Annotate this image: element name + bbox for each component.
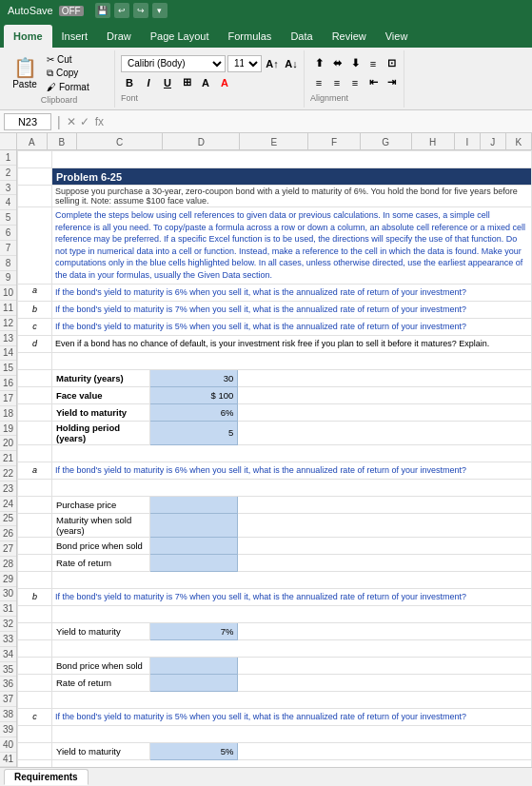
sheet-tab-requirements[interactable]: Requirements xyxy=(4,769,89,785)
more-icon[interactable]: ▾ xyxy=(152,3,167,18)
row-15[interactable]: 15 xyxy=(0,361,16,376)
col-header-a[interactable]: A xyxy=(17,133,48,150)
border-button[interactable]: ⊞ xyxy=(178,74,195,91)
row-31[interactable]: 31 xyxy=(0,601,16,617)
format-button[interactable]: 🖌 Format xyxy=(44,81,110,93)
copy-button[interactable]: ⧉ Copy xyxy=(44,67,110,80)
align-middle-icon[interactable]: ⬌ xyxy=(328,55,345,72)
col-header-e[interactable]: E xyxy=(240,133,308,150)
grid-cell-c21[interactable] xyxy=(52,571,532,588)
row-37[interactable]: 37 xyxy=(0,692,16,707)
row-29[interactable]: 29 xyxy=(0,572,16,587)
grid-cell-b2[interactable] xyxy=(18,168,52,186)
grid-cell-c22[interactable]: If the bond's yield to maturity is 7% wh… xyxy=(52,588,532,605)
tab-formulas[interactable]: Formulas xyxy=(219,25,282,48)
align-right-button[interactable]: ≡ xyxy=(346,74,364,91)
row-9[interactable]: 9 xyxy=(0,271,16,286)
grid-cell-b3[interactable] xyxy=(18,186,52,207)
grid-cell-c26[interactable]: Bond price when sold xyxy=(52,657,150,674)
align-top-icon[interactable]: ⬆ xyxy=(310,55,327,72)
grid-cell-c30[interactable] xyxy=(52,725,532,742)
grid-cell-e31[interactable] xyxy=(238,742,532,759)
grid-cell-qb[interactable]: If the bond's yield to maturity is 7% wh… xyxy=(52,301,532,318)
grid-cell-b14[interactable] xyxy=(18,444,52,462)
row-40[interactable]: 40 xyxy=(0,737,16,753)
grid-cell-b16[interactable] xyxy=(18,479,52,496)
col-header-d[interactable]: D xyxy=(163,133,240,150)
undo-icon[interactable]: ↩ xyxy=(114,3,129,18)
row-23[interactable]: 23 xyxy=(0,481,16,497)
row-2[interactable]: 2 xyxy=(0,166,16,181)
grid-cell-b23[interactable] xyxy=(18,605,52,622)
row-41[interactable]: 41 xyxy=(0,753,16,768)
row-27[interactable]: 27 xyxy=(0,541,16,557)
row-13[interactable]: 13 xyxy=(0,331,16,346)
grid-cell-c20[interactable]: Rate of return xyxy=(52,554,150,571)
row-24[interactable]: 24 xyxy=(0,497,16,512)
decrease-font-icon[interactable]: A↓ xyxy=(283,55,300,72)
row-18[interactable]: 18 xyxy=(0,406,16,422)
grid-cell-d10[interactable]: 30 xyxy=(149,369,238,386)
grid-cell-c29[interactable]: If the bond's yield to maturity is 5% wh… xyxy=(52,708,532,725)
grid-cell-b5[interactable]: a xyxy=(18,284,52,301)
autosave-toggle[interactable]: OFF xyxy=(59,6,84,16)
grid-cell-c10[interactable]: Maturity (years) xyxy=(52,369,150,386)
row-12[interactable]: 12 xyxy=(0,316,16,331)
grid-cell-b6[interactable]: b xyxy=(18,301,52,318)
grid-cell-e11[interactable] xyxy=(238,386,532,403)
col-header-c[interactable]: C xyxy=(77,133,163,150)
row-32[interactable]: 32 xyxy=(0,617,16,632)
grid-cell-b31[interactable] xyxy=(18,742,52,759)
grid-cell-d18[interactable] xyxy=(149,513,238,537)
grid-cell-c14[interactable] xyxy=(52,444,532,462)
row-35[interactable]: 35 xyxy=(0,662,16,678)
grid-cell-d31[interactable]: 5% xyxy=(149,742,238,759)
grid-cell-qa[interactable]: If the bond's yield to maturity is 6% wh… xyxy=(52,284,532,301)
row-22[interactable]: 22 xyxy=(0,466,16,481)
grid-cell-c24[interactable]: Yield to maturity xyxy=(52,622,150,639)
grid-cell-e10[interactable] xyxy=(238,369,532,386)
bold-button[interactable]: B xyxy=(121,74,138,91)
row-36[interactable]: 36 xyxy=(0,677,16,692)
grid-cell-c31[interactable]: Yield to maturity xyxy=(52,742,150,759)
align-center-button[interactable]: ≡ xyxy=(328,74,345,91)
formula-confirm-icon[interactable]: ✓ xyxy=(80,115,89,128)
wrap-text-button[interactable]: ≡ xyxy=(365,55,382,72)
grid-cell-b13[interactable] xyxy=(18,421,52,444)
grid-cell-b20[interactable] xyxy=(18,554,52,571)
paste-button[interactable]: 📋 Paste xyxy=(8,54,42,91)
grid-cell-c19[interactable]: Bond price when sold xyxy=(52,537,150,554)
grid-cell-e12[interactable] xyxy=(238,403,532,421)
tab-page-layout[interactable]: Page Layout xyxy=(141,25,219,48)
grid-cell-b32[interactable] xyxy=(18,759,52,767)
grid-cell-e13[interactable] xyxy=(238,421,532,444)
grid-cell-c23[interactable] xyxy=(52,605,532,622)
grid-cell-instructions[interactable]: Complete the steps below using cell refe… xyxy=(52,207,532,285)
italic-button[interactable]: I xyxy=(140,74,157,91)
tab-home[interactable]: Home xyxy=(4,25,52,48)
row-28[interactable]: 28 xyxy=(0,557,16,572)
grid-cell-e18[interactable] xyxy=(238,513,532,537)
cut-button[interactable]: ✂ Cut xyxy=(44,53,110,66)
formula-input[interactable] xyxy=(109,113,528,130)
cell-reference-input[interactable]: N23 xyxy=(4,113,51,130)
grid-cell-c27[interactable]: Rate of return xyxy=(52,674,150,691)
grid-cell-b22[interactable]: b xyxy=(18,588,52,605)
col-header-g[interactable]: G xyxy=(361,133,412,150)
row-33[interactable]: 33 xyxy=(0,632,16,647)
grid-cell-qc[interactable]: If the bond's yield to maturity is 5% wh… xyxy=(52,318,532,335)
grid-cell-c25[interactable] xyxy=(52,639,532,657)
grid-cell-qd[interactable]: Even if a bond has no chance of default,… xyxy=(52,335,532,352)
grid-cell-b26[interactable] xyxy=(18,657,52,674)
formula-cancel-icon[interactable]: ✕ xyxy=(67,115,76,128)
grid-cell-b17[interactable] xyxy=(18,496,52,513)
grid-cell-b27[interactable] xyxy=(18,674,52,691)
grid-cell-c9[interactable] xyxy=(52,352,532,369)
row-10[interactable]: 10 xyxy=(0,285,16,301)
tab-review[interactable]: Review xyxy=(323,25,376,48)
redo-icon[interactable]: ↪ xyxy=(133,3,148,18)
row-5[interactable]: 5 xyxy=(0,210,16,226)
row-16[interactable]: 16 xyxy=(0,376,16,391)
grid-cell-scenario[interactable]: Suppose you purchase a 30-year, zero-cou… xyxy=(52,186,532,207)
row-30[interactable]: 30 xyxy=(0,587,16,602)
